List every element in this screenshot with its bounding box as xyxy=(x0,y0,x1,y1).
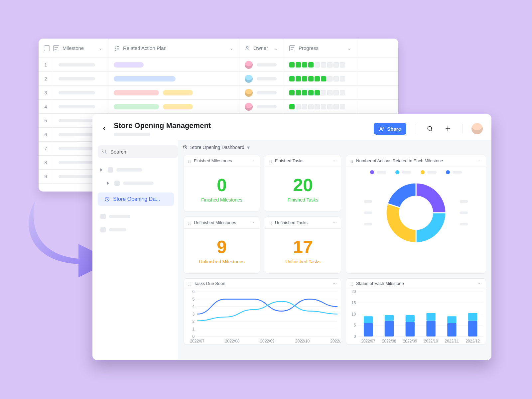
column-overflow xyxy=(357,39,369,58)
svg-text:0: 0 xyxy=(192,334,195,338)
svg-text:10: 10 xyxy=(351,312,356,316)
back-button[interactable] xyxy=(101,125,108,132)
chevron-down-icon[interactable]: ⌄ xyxy=(274,45,278,51)
breadcrumb-label: Store Opening Dashboard xyxy=(190,145,244,150)
search-field[interactable] xyxy=(110,149,174,155)
sidebar-item[interactable] xyxy=(98,177,174,190)
column-label: Milestone xyxy=(63,45,84,51)
sidebar-item[interactable] xyxy=(98,163,174,177)
column-progress[interactable]: Progress ⌄ xyxy=(284,39,357,58)
checkbox-icon[interactable] xyxy=(44,45,50,51)
card-title: Number of Actions Related to Each Milest… xyxy=(356,158,443,163)
more-icon[interactable]: ⋯ xyxy=(477,158,482,163)
table-row[interactable]: 1 xyxy=(39,58,398,72)
chevron-down-icon[interactable]: ⌄ xyxy=(98,45,103,51)
node-label-placeholder xyxy=(123,182,154,185)
chevron-down-icon[interactable]: ▾ xyxy=(247,144,250,151)
svg-point-4 xyxy=(380,127,382,129)
sidebar-item[interactable] xyxy=(98,210,174,223)
more-icon[interactable]: ⋯ xyxy=(332,158,337,163)
text-field-icon xyxy=(289,45,295,51)
svg-text:2022/07: 2022/07 xyxy=(361,339,375,343)
svg-text:2022/10: 2022/10 xyxy=(295,339,310,343)
add-button[interactable] xyxy=(442,123,454,135)
drag-icon[interactable]: ⠿ xyxy=(188,159,191,163)
more-icon[interactable]: ⋯ xyxy=(332,281,337,286)
column-owner[interactable]: Owner ⌄ xyxy=(239,39,284,58)
svg-rect-46 xyxy=(385,321,394,336)
share-button[interactable]: Share xyxy=(374,123,406,135)
breadcrumb[interactable]: Store Opening Dashboard ▾ xyxy=(178,140,491,155)
more-icon[interactable]: ⋯ xyxy=(477,281,482,286)
chart-legend xyxy=(346,167,486,174)
more-icon[interactable]: ⋯ xyxy=(332,220,337,225)
svg-text:2022/07: 2022/07 xyxy=(190,339,204,343)
divider xyxy=(463,124,463,133)
svg-text:20: 20 xyxy=(351,289,356,294)
svg-line-12 xyxy=(105,153,106,154)
more-icon[interactable]: ⋯ xyxy=(251,158,256,163)
svg-rect-44 xyxy=(364,316,373,323)
svg-text:2022/08: 2022/08 xyxy=(225,339,240,343)
expand-icon[interactable] xyxy=(107,182,110,185)
svg-text:3: 3 xyxy=(192,312,195,316)
svg-text:2022/09: 2022/09 xyxy=(260,339,275,343)
sidebar-item[interactable] xyxy=(98,223,174,236)
svg-text:1: 1 xyxy=(192,327,195,331)
expand-icon[interactable] xyxy=(100,168,104,172)
table-row[interactable]: 4 xyxy=(39,100,398,114)
avatar[interactable] xyxy=(471,123,483,134)
bar-chart: 051015202022/072022/082022/092022/102022… xyxy=(346,289,486,344)
share-label: Share xyxy=(387,126,401,132)
svg-point-3 xyxy=(246,46,248,48)
card-title: Unfinished Tasks xyxy=(275,220,308,225)
grid-header: Milestone ⌄ Related Action Plan ⌄ Owner … xyxy=(39,39,398,58)
page-title: Store Opening Management xyxy=(114,121,211,130)
text-field-icon xyxy=(53,45,59,51)
column-milestone[interactable]: Milestone ⌄ xyxy=(39,39,108,58)
column-label: Progress xyxy=(299,45,319,51)
column-related-action[interactable]: Related Action Plan ⌄ xyxy=(108,39,239,58)
svg-rect-47 xyxy=(385,315,394,321)
svg-text:5: 5 xyxy=(192,297,195,301)
line-chart: 01234562022/072022/082022/092022/102022/… xyxy=(184,289,341,344)
metric-label: Unfinished Milestones xyxy=(199,259,245,264)
drag-icon[interactable]: ⠿ xyxy=(350,282,353,285)
table-row[interactable]: 3 xyxy=(39,86,398,100)
svg-rect-50 xyxy=(406,315,415,322)
card-title: Status of Each Milestone xyxy=(356,281,404,286)
node-label-placeholder xyxy=(109,228,126,231)
card-title: Finished Tasks xyxy=(275,158,304,163)
svg-rect-56 xyxy=(447,316,456,323)
card-finished-tasks: ⠿ Finished Tasks ⋯ 20 Finished Tasks xyxy=(265,155,341,212)
user-icon xyxy=(245,46,250,51)
sidebar-item-store-opening[interactable]: Store Opening Da... xyxy=(98,193,174,206)
metric-value: 20 xyxy=(293,176,313,194)
search-button[interactable] xyxy=(424,123,436,135)
card-unfinished-milestones: ⠿ Unfinished Milestones ⋯ 9 Unfinished M… xyxy=(184,216,260,274)
node-icon xyxy=(108,167,113,173)
divider xyxy=(415,124,415,133)
svg-text:2022/09: 2022/09 xyxy=(403,339,417,343)
dashboard-panel: Store Opening Management Share xyxy=(92,114,491,360)
sidebar: Store Opening Da... xyxy=(92,140,178,360)
chevron-down-icon[interactable]: ⌄ xyxy=(229,45,234,51)
chevron-down-icon[interactable]: ⌄ xyxy=(347,45,351,51)
search-input[interactable] xyxy=(98,145,178,158)
drag-icon[interactable]: ⠿ xyxy=(188,221,191,224)
node-label-placeholder xyxy=(109,215,130,218)
svg-text:5: 5 xyxy=(354,323,356,328)
svg-rect-53 xyxy=(426,313,435,321)
chart-left-labels xyxy=(364,200,372,225)
node-icon xyxy=(114,181,120,186)
drag-icon[interactable]: ⠿ xyxy=(269,221,272,224)
drag-icon[interactable]: ⠿ xyxy=(188,282,191,285)
more-icon[interactable]: ⋯ xyxy=(251,220,256,225)
svg-text:15: 15 xyxy=(351,300,356,305)
metric-label: Finished Milestones xyxy=(201,197,242,202)
drag-icon[interactable]: ⠿ xyxy=(269,159,272,163)
svg-text:6: 6 xyxy=(192,289,195,294)
drag-icon[interactable]: ⠿ xyxy=(350,159,353,163)
dashboard-header: Store Opening Management Share xyxy=(92,114,491,140)
table-row[interactable]: 2 xyxy=(39,72,398,86)
